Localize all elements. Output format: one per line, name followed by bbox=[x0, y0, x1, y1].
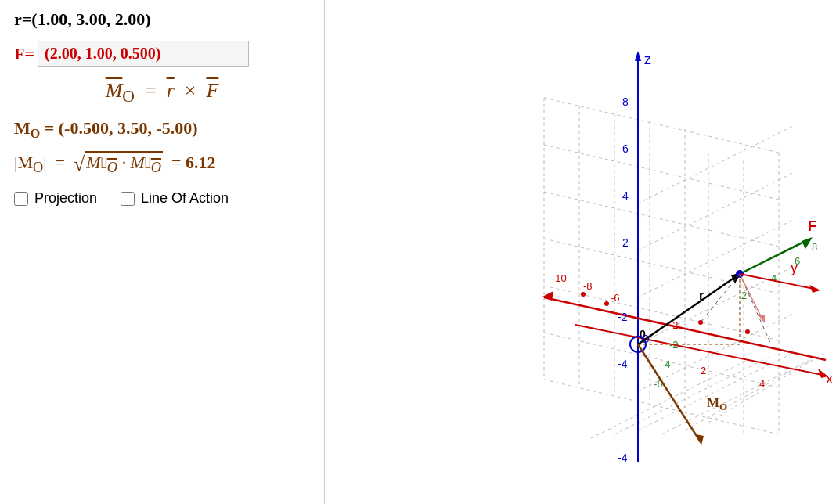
svg-text:-8: -8 bbox=[583, 280, 593, 292]
right-panel: z x y 8 6 4 2 -2 -4 -4 2 4 2 4 6 8 -2 -4… bbox=[325, 0, 836, 504]
svg-text:4: 4 bbox=[759, 378, 765, 390]
line-of-action-checkbox[interactable] bbox=[121, 192, 135, 206]
svg-text:-6: -6 bbox=[611, 292, 620, 304]
moment-formula: MO = r × F bbox=[14, 77, 310, 107]
f-input-row: F= bbox=[14, 41, 310, 67]
svg-text:-10: -10 bbox=[552, 272, 567, 284]
svg-text:4: 4 bbox=[771, 272, 777, 284]
svg-text:8: 8 bbox=[622, 95, 629, 108]
line-of-action-label: Line Of Action bbox=[141, 190, 229, 207]
checkboxes-row: Projection Line Of Action bbox=[14, 190, 310, 207]
magnitude-formula: |MO| = √M⃗O · M⃗O = 6.12 bbox=[14, 153, 310, 176]
svg-text:2: 2 bbox=[701, 365, 706, 376]
svg-point-58 bbox=[604, 301, 609, 306]
svg-text:2: 2 bbox=[741, 290, 747, 301]
svg-text:x: x bbox=[826, 371, 833, 387]
svg-text:F: F bbox=[808, 218, 816, 234]
left-panel: r=(1.00, 3.00, 2.00) F= MO = r × F MO = … bbox=[0, 0, 325, 504]
r-label: r=(1.00, 3.00, 2.00) bbox=[14, 9, 310, 30]
svg-text:-4: -4 bbox=[661, 358, 671, 370]
svg-point-59 bbox=[581, 292, 586, 297]
f-value-input[interactable] bbox=[38, 41, 249, 67]
mo-value-label: MO = (-0.500, 3.50, -5.00) bbox=[14, 118, 310, 141]
svg-rect-0 bbox=[325, 0, 836, 504]
svg-text:8: 8 bbox=[812, 241, 817, 253]
svg-text:z: z bbox=[644, 52, 651, 67]
svg-text:6: 6 bbox=[795, 255, 800, 267]
line-of-action-checkbox-label[interactable]: Line Of Action bbox=[121, 190, 229, 207]
svg-text:r: r bbox=[699, 289, 704, 302]
3d-canvas: z x y 8 6 4 2 -2 -4 -4 2 4 2 4 6 8 -2 -4… bbox=[325, 0, 836, 504]
svg-text:-2: -2 bbox=[618, 311, 628, 323]
svg-text:6: 6 bbox=[622, 142, 629, 155]
svg-text:-4: -4 bbox=[618, 452, 628, 464]
projection-label: Projection bbox=[34, 190, 97, 207]
projection-checkbox[interactable] bbox=[14, 192, 28, 206]
svg-text:2: 2 bbox=[622, 236, 629, 249]
f-prefix-label: F= bbox=[14, 44, 34, 64]
svg-point-61 bbox=[745, 329, 750, 334]
projection-checkbox-label[interactable]: Projection bbox=[14, 190, 97, 207]
svg-text:-4: -4 bbox=[618, 358, 628, 370]
svg-text:4: 4 bbox=[622, 189, 629, 202]
